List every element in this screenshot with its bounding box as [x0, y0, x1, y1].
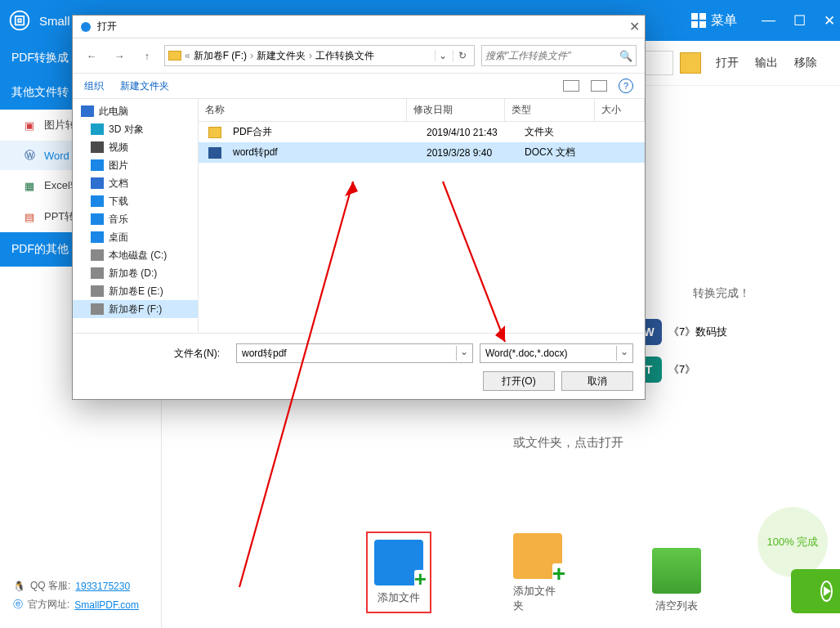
folder-icon [208, 127, 221, 138]
folder-tree: 此电脑3D 对象视频图片文档下载音乐桌面本地磁盘 (C:)新加卷 (D:)新加卷… [73, 99, 199, 333]
preview-file[interactable]: T 《7》 [636, 357, 824, 383]
organize-button[interactable]: 组织 [84, 79, 104, 93]
preview-file[interactable]: W 《7》数码技 [636, 319, 824, 345]
sidebar-footer: 🐧 QQ 客服: 1933175230 ⓔ 官方网址: SmallPDF.com [0, 564, 161, 628]
app-title: Small [39, 14, 70, 28]
tree-item[interactable]: 此电脑 [73, 102, 198, 120]
add-folder-action[interactable]: 添加文件夹 [513, 533, 562, 613]
chevron-down-icon[interactable]: ⌄ [616, 346, 631, 361]
search-box[interactable]: 🔍 [481, 45, 637, 66]
qq-icon: 🐧 [13, 581, 25, 592]
chevron-down-icon[interactable]: ⌄ [435, 50, 449, 61]
play-icon [820, 581, 833, 602]
tree-item[interactable]: 图片 [73, 156, 198, 174]
tree-item[interactable]: 下载 [73, 192, 198, 210]
maximize-button[interactable]: ☐ [793, 12, 806, 29]
search-icon: 🔍 [619, 50, 632, 62]
open-file-dialog: 打开 ✕ ← → ↑ « 新加卷F (F:)› 新建文件夹› 工作转换文件 ⌄ … [72, 15, 646, 400]
file-row[interactable]: PDF合并 2019/4/10 21:43 文件夹 [199, 122, 645, 142]
view-mode-button[interactable] [563, 80, 579, 92]
cleanup-icon [652, 548, 701, 594]
dialog-toolbar: 组织 新建文件夹 ? [73, 74, 645, 99]
ie-icon: ⓔ [13, 598, 23, 612]
ic-desk-icon [91, 231, 104, 243]
file-type-select[interactable]: Word(*.doc,*.docx) ⌄ [480, 343, 633, 363]
add-file-action[interactable]: 添加文件 [366, 532, 431, 613]
refresh-button[interactable]: ↻ [453, 50, 471, 61]
dialog-app-icon [79, 20, 92, 34]
add-file-icon [374, 540, 423, 585]
site-link[interactable]: SmallPDF.com [74, 599, 139, 611]
tree-item[interactable]: 3D 对象 [73, 120, 198, 138]
app-logo [0, 9, 39, 32]
clear-list-action[interactable]: 清空列表 [652, 548, 701, 613]
chevron-down-icon[interactable]: ⌄ [456, 346, 471, 361]
ic-music-icon [91, 213, 104, 225]
export-button[interactable]: 输出 [755, 56, 778, 70]
breadcrumb[interactable]: « 新加卷F (F:)› 新建文件夹› 工作转换文件 ⌄ ↻ [164, 45, 475, 66]
ic-pc-icon [81, 105, 94, 117]
dialog-titlebar: 打开 ✕ [73, 16, 645, 38]
col-size[interactable]: 大小 [595, 99, 645, 121]
dialog-footer: 文件名(N): word转pdf ⌄ Word(*.doc,*.docx) ⌄ … [73, 333, 645, 399]
filename-input[interactable]: word转pdf ⌄ [236, 343, 473, 363]
tree-item[interactable]: 文档 [73, 174, 198, 192]
ic-disk-icon [91, 285, 104, 297]
file-row[interactable]: word转pdf 2019/3/28 9:40 DOCX 文档 [199, 142, 645, 163]
ic-disk-icon [91, 249, 104, 261]
tree-item[interactable]: 本地磁盘 (C:) [73, 246, 198, 264]
docx-icon [208, 147, 221, 159]
browse-folder-button[interactable] [680, 52, 701, 74]
dialog-title: 打开 [97, 20, 117, 34]
ic-disk-icon [91, 267, 104, 279]
tree-item[interactable]: 新加卷E (E:) [73, 282, 198, 300]
open-button[interactable]: 打开 [716, 56, 739, 70]
preview-pane-button[interactable] [591, 80, 607, 92]
dialog-close-button[interactable]: ✕ [629, 19, 640, 34]
ic-3d-icon [91, 123, 104, 135]
file-list: 名称 修改日期 类型 大小 PDF合并 2019/4/10 21:43 文件夹 … [199, 99, 645, 333]
menu-button[interactable]: 菜单 [685, 9, 744, 33]
menu-grid-icon [691, 13, 706, 28]
dialog-open-button[interactable]: 打开(O) [483, 371, 555, 391]
drop-hint: 或文件夹，点击打开 [513, 435, 623, 451]
qq-link[interactable]: 1933175230 [75, 581, 130, 592]
remove-button[interactable]: 移除 [794, 56, 817, 70]
ic-video-icon [91, 141, 104, 153]
search-input[interactable] [485, 50, 619, 61]
col-name[interactable]: 名称 [199, 99, 407, 121]
ic-doc-icon [91, 177, 104, 189]
excel-icon: ▦ [23, 179, 36, 192]
dialog-nav: ← → ↑ « 新加卷F (F:)› 新建文件夹› 工作转换文件 ⌄ ↻ 🔍 [73, 38, 645, 74]
tree-item[interactable]: 音乐 [73, 210, 198, 228]
col-type[interactable]: 类型 [505, 99, 595, 121]
image-icon: ▣ [23, 119, 36, 132]
filename-label: 文件名(N): [174, 347, 220, 361]
done-text: 转换完成！ [693, 286, 750, 301]
close-app-button[interactable]: ✕ [824, 12, 835, 29]
col-date[interactable]: 修改日期 [407, 99, 505, 121]
ic-img-icon [91, 159, 104, 171]
nav-forward-button[interactable]: → [109, 45, 130, 66]
tree-item[interactable]: 桌面 [73, 228, 198, 246]
add-folder-icon [513, 533, 562, 579]
folder-icon [168, 51, 181, 61]
svg-point-1 [81, 22, 91, 32]
start-convert-button[interactable]: 开始转换 [791, 569, 840, 613]
help-button[interactable]: ? [619, 78, 633, 93]
svg-point-0 [11, 11, 29, 30]
tree-item[interactable]: 视频 [73, 138, 198, 156]
ic-disk-icon [91, 303, 104, 315]
nav-up-button[interactable]: ↑ [136, 45, 158, 66]
tree-item[interactable]: 新加卷F (F:) [73, 300, 198, 318]
preview-area: W 《7》数码技 T 《7》 100% 完成 [636, 147, 824, 394]
tree-item[interactable]: 新加卷 (D:) [73, 264, 198, 282]
dialog-cancel-button[interactable]: 取消 [561, 371, 633, 391]
new-folder-button[interactable]: 新建文件夹 [120, 79, 169, 93]
word-icon: Ⓦ [23, 149, 36, 162]
ic-dl-icon [91, 195, 104, 207]
nav-back-button[interactable]: ← [81, 45, 102, 66]
ppt-icon: ▤ [23, 210, 36, 223]
minimize-button[interactable]: — [762, 12, 775, 29]
file-list-header: 名称 修改日期 类型 大小 [199, 99, 645, 122]
